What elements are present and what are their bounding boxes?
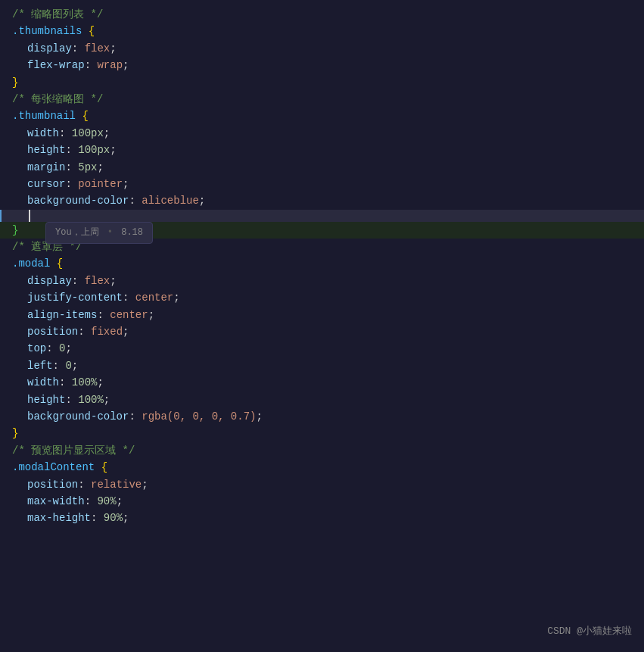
git-blame-tooltip: You，上周 • 8.18 [45, 222, 153, 244]
code-line-12: background-color: aliceblue; [0, 192, 644, 209]
selector-thumbnails: .thumbnails [12, 23, 89, 39]
code-line-18: justify-content: center; [0, 289, 644, 306]
code-line-13 [0, 210, 644, 222]
code-editor: /* 缩略图列表 */ .thumbnails { display: flex;… [0, 0, 644, 533]
code-line-26: } [0, 425, 644, 441]
tooltip-author: You，上周 [55, 227, 99, 238]
tooltip-dot: • [107, 227, 113, 238]
selector-modal-content: .modalContent [12, 459, 101, 476]
code-line-4: flex-wrap: wrap; [0, 57, 644, 73]
code-line-28: .modalContent { [0, 459, 644, 476]
comment-thumbnails-list: /* 缩略图列表 */ [12, 6, 103, 23]
code-line-29: position: relative; [0, 476, 644, 493]
code-line-20: position: fixed; [0, 323, 644, 340]
code-line-27: /* 预览图片显示区域 */ [0, 442, 644, 459]
tooltip-date: 8.18 [121, 227, 143, 238]
text-cursor [29, 210, 30, 222]
selector-thumbnail: .thumbnail [12, 108, 82, 124]
code-line-16: .modal { [0, 255, 644, 272]
code-line-6: /* 每张缩略图 */ [0, 91, 644, 108]
code-line-8: width: 100px; [0, 125, 644, 142]
code-line-10: margin: 5px; [0, 159, 644, 176]
code-line-31: max-height: 90%; [0, 510, 644, 526]
code-line-24: height: 100%; [0, 392, 644, 408]
code-line-7: .thumbnail { [0, 108, 644, 124]
code-line-1: /* 缩略图列表 */ [0, 6, 644, 23]
selector-modal: .modal [12, 255, 57, 272]
code-line-23: width: 100%; [0, 374, 644, 391]
code-line-17: display: flex; [0, 273, 644, 289]
code-line-22: left: 0; [0, 357, 644, 374]
code-line-9: height: 100px; [0, 142, 644, 158]
line-with-tooltip: You，上周 • 8.18 [0, 210, 644, 222]
code-line-5: } [0, 74, 644, 91]
comment-each-thumbnail: /* 每张缩略图 */ [12, 91, 103, 108]
code-line-19: align-items: center; [0, 307, 644, 323]
code-line-25: background-color: rgba(0, 0, 0, 0.7); [0, 408, 644, 425]
code-line-2: .thumbnails { [0, 23, 644, 39]
comment-preview-area: /* 预览图片显示区域 */ [12, 442, 135, 459]
code-line-3: display: flex; [0, 40, 644, 57]
code-line-21: top: 0; [0, 340, 644, 357]
watermark: CSDN @小猫娃来啦 [547, 624, 632, 640]
code-line-30: max-width: 90%; [0, 493, 644, 510]
code-line-11: cursor: pointer; [0, 176, 644, 192]
